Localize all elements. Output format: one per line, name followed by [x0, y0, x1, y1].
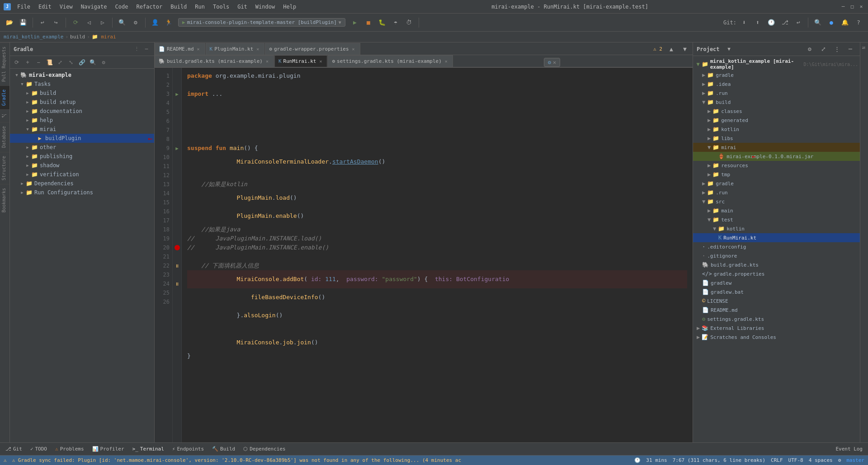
vtab-structure[interactable]: Structure [0, 152, 9, 184]
toolbar-nav-fwd[interactable]: ▷ [97, 17, 108, 28]
gradle-expand[interactable]: ⤢ [55, 57, 65, 67]
toolbar-redo-btn[interactable]: ↪ [50, 17, 62, 28]
project-settings-gradle[interactable]: ⚙ settings.gradle.kts [693, 315, 860, 324]
run-button[interactable]: ▶ [349, 17, 361, 28]
project-resources-folder[interactable]: ▶ 📁 resources [693, 161, 860, 170]
vtab-database[interactable]: Database [0, 122, 9, 151]
gradle-remove[interactable]: − [33, 57, 43, 67]
gradle-dependencies-folder[interactable]: ▶ 📁 Dependencies [10, 179, 154, 188]
status-settings-icon[interactable]: ⚙ [838, 457, 841, 463]
menu-build[interactable]: Build [167, 3, 190, 11]
gradle-verification-folder[interactable]: ▶ 📁 verification [10, 170, 154, 179]
menu-code[interactable]: Code [112, 3, 132, 11]
bottom-tab-profiler[interactable]: 📊 Profiler [89, 444, 128, 454]
project-build-folder[interactable]: ▼ 📁 build [693, 98, 860, 107]
breadcrumb-mirai[interactable]: 📁 mirai [92, 34, 116, 40]
gradle-shadow-folder[interactable]: ▶ 📁 shadow [10, 161, 154, 170]
project-src-folder[interactable]: ▼ 📁 src [693, 197, 860, 206]
gradle-collapse[interactable]: ⤡ [66, 57, 76, 67]
status-position[interactable]: 7:67 (311 chars, 6 line breaks) [673, 457, 765, 463]
project-run-folder[interactable]: ▶ 📁 .run [693, 89, 860, 98]
gradle-build-setup-folder[interactable]: ▶ 📁 build setup [10, 98, 154, 107]
project-license[interactable]: © LICENSE [693, 296, 860, 305]
menu-help[interactable]: Help [279, 3, 300, 11]
toolbar-search-everywhere[interactable]: 🔍 [116, 17, 128, 28]
menu-run[interactable]: Run [191, 3, 208, 11]
editor-problems-icon[interactable]: ⚠ 2 [652, 43, 664, 55]
project-gradlew-bat[interactable]: 📄 gradlew.bat [693, 287, 860, 296]
project-panel-expand[interactable]: ⤢ [817, 43, 829, 55]
gradle-documentation-folder[interactable]: ▶ 📁 documentation [10, 107, 154, 116]
avatar-btn[interactable]: ● [826, 17, 837, 28]
tab-readme[interactable]: 📄 README.md ✕ [155, 43, 205, 55]
breakpoint-20[interactable] [175, 245, 180, 250]
project-gitignore[interactable]: · .gitignore [693, 251, 860, 260]
tab-runmirai[interactable]: K RunMirai.kt ✕ [274, 55, 327, 67]
tab-pluginmain-close[interactable]: ✕ [255, 47, 260, 52]
tab-runmirai-close[interactable]: ✕ [318, 59, 323, 64]
gradle-settings[interactable]: ⚙ [99, 57, 108, 67]
tab-gradle-wrapper-close[interactable]: ✕ [351, 47, 356, 52]
tab-settings-gradle[interactable]: ⚙ settings.gradle.kts (mirai-example) ✕ [328, 55, 453, 67]
project-scratches[interactable]: ▶ 📝 Scratches and Consoles [693, 333, 860, 342]
project-external-libs[interactable]: ▶ 📚 External Libraries [693, 324, 860, 333]
tab-build-gradle-close[interactable]: ✕ [264, 59, 270, 64]
menu-git[interactable]: Git [234, 3, 251, 11]
vtab-gradle[interactable]: Gradle [0, 85, 9, 109]
menu-refactor[interactable]: Refactor [132, 3, 166, 11]
vtab-commit[interactable]: ⎇ [0, 109, 9, 122]
gradle-mirai-folder[interactable]: ▼ 📁 mirai [10, 125, 154, 134]
gradle-build-folder[interactable]: ▶ 📁 build [10, 89, 154, 98]
bottom-tab-git[interactable]: ⎇ Git [2, 444, 26, 454]
bottom-tab-todo[interactable]: ✓ TODO [27, 444, 51, 454]
editor-scroll-up[interactable]: ▲ [665, 43, 677, 55]
gradle-tree-root[interactable]: ▼ 🐘 mirai-example [10, 70, 154, 80]
project-kotlin-test-folder[interactable]: ▼ 📁 kotlin [693, 224, 860, 233]
stop-button[interactable]: ■ [363, 17, 374, 28]
project-jar-file[interactable]: 🏺 mirai-example-0.1.0.mirai.jar ← [693, 152, 860, 161]
project-classes-folder[interactable]: ▶ 📁 classes [693, 107, 860, 116]
bottom-tab-problems[interactable]: ⚠ Problems [52, 444, 88, 454]
debug-button[interactable]: 🐛 [376, 17, 388, 28]
project-readme[interactable]: 📄 README.md [693, 305, 860, 315]
toolbar-open-btn[interactable]: 📂 [4, 17, 15, 28]
bottom-tab-terminal[interactable]: >_ Terminal [129, 444, 168, 454]
gradle-build-plugin-task[interactable]: ▶ buildPlugin ← [10, 134, 154, 143]
menu-navigate[interactable]: Navigate [77, 3, 111, 11]
menu-window[interactable]: Window [252, 3, 278, 11]
gradle-help-folder[interactable]: ▶ 📁 help [10, 116, 154, 125]
gradle-other-folder[interactable]: ▶ 📁 other [10, 143, 154, 152]
project-panel-settings[interactable]: ⚙ [804, 43, 816, 55]
menu-view[interactable]: View [56, 3, 76, 11]
toolbar-save-btn[interactable]: 💾 [17, 17, 29, 28]
gradle-refresh[interactable]: ⟳ [12, 57, 22, 67]
gradle-panel-menu[interactable]: ⋮ [132, 45, 141, 53]
project-kotlin-build-folder[interactable]: ▶ 📁 kotlin [693, 125, 860, 134]
gradle-run-configs-folder[interactable]: ▶ 📁 Run Configurations [10, 188, 154, 197]
project-runmirai-file[interactable]: K RunMirai.kt [693, 233, 860, 242]
project-gradle-folder[interactable]: ▶ 📁 gradle [693, 70, 860, 80]
menu-bar[interactable]: File Edit View Navigate Code Refactor Bu… [14, 3, 300, 11]
close-button[interactable]: ✕ [858, 4, 864, 10]
gradle-panel-minimize[interactable]: ─ [142, 45, 151, 53]
tab-pluginmain[interactable]: K PluginMain.kt ✕ [206, 43, 265, 55]
toolbar-vcs[interactable]: 👤 [149, 17, 161, 28]
gradle-tasks-folder[interactable]: ▼ 📁 Tasks [10, 80, 154, 89]
project-test-folder[interactable]: ▼ 📁 test [693, 215, 860, 224]
gradle-publishing-folder[interactable]: ▶ 📁 publishing [10, 152, 154, 161]
profile-button[interactable]: ⏱ [403, 17, 415, 28]
menu-tools[interactable]: Tools [209, 3, 233, 11]
menu-edit[interactable]: Edit [35, 3, 55, 11]
status-encoding[interactable]: UTF-8 [788, 457, 803, 463]
status-line-ending[interactable]: CRLF [771, 457, 783, 463]
search-button[interactable]: 🔍 [812, 17, 824, 28]
toolbar-nav-back[interactable]: ◁ [83, 17, 95, 28]
coverage-button[interactable]: ☂ [390, 17, 401, 28]
tab-build-gradle[interactable]: 🐘 build.gradle.kts (mirai-example) ✕ [155, 55, 274, 67]
project-editorconfig[interactable]: · .editorconfig [693, 242, 860, 251]
status-branch[interactable]: master [846, 457, 864, 463]
bottom-tab-dependencies[interactable]: ⬡ Dependencies [240, 444, 289, 454]
editor-scroll-down[interactable]: ▼ [679, 43, 691, 55]
git-branch[interactable]: ⎇ [779, 17, 791, 28]
gradle-search[interactable]: 🔍 [88, 57, 98, 67]
